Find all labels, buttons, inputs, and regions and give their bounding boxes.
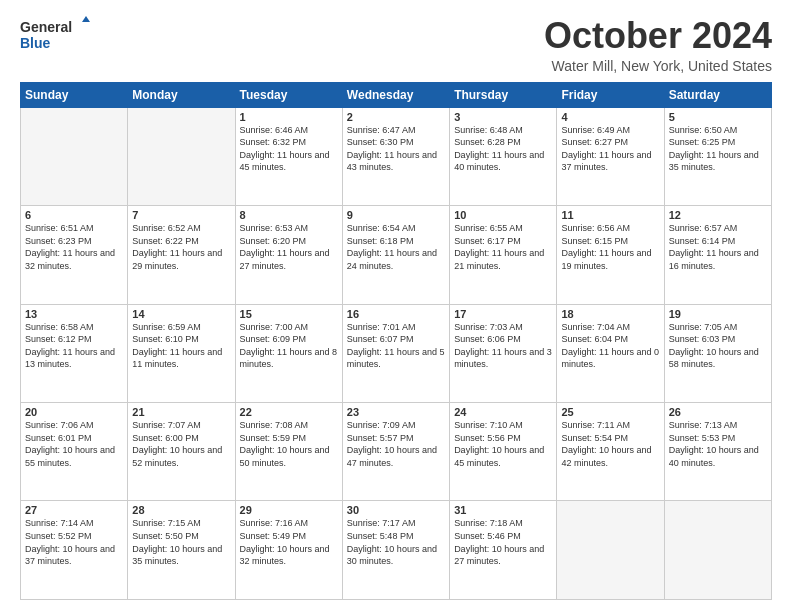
table-row: 23 Sunrise: 7:09 AM Sunset: 5:57 PM Dayl… xyxy=(342,403,449,501)
table-row: 22 Sunrise: 7:08 AM Sunset: 5:59 PM Dayl… xyxy=(235,403,342,501)
daylight: Daylight: 10 hours and 35 minutes. xyxy=(132,543,230,568)
sunrise: Sunrise: 7:00 AM xyxy=(240,321,338,334)
sunset: Sunset: 5:53 PM xyxy=(669,432,767,445)
table-row: 2 Sunrise: 6:47 AM Sunset: 6:30 PM Dayli… xyxy=(342,107,449,205)
sunrise: Sunrise: 6:54 AM xyxy=(347,222,445,235)
sunset: Sunset: 5:46 PM xyxy=(454,530,552,543)
table-row: 5 Sunrise: 6:50 AM Sunset: 6:25 PM Dayli… xyxy=(664,107,771,205)
sunrise: Sunrise: 7:17 AM xyxy=(347,517,445,530)
sunrise: Sunrise: 6:50 AM xyxy=(669,124,767,137)
day-number: 30 xyxy=(347,504,445,516)
day-number: 28 xyxy=(132,504,230,516)
sunset: Sunset: 6:22 PM xyxy=(132,235,230,248)
day-number: 12 xyxy=(669,209,767,221)
sunrise: Sunrise: 7:11 AM xyxy=(561,419,659,432)
daylight: Daylight: 11 hours and 11 minutes. xyxy=(132,346,230,371)
sunrise: Sunrise: 7:15 AM xyxy=(132,517,230,530)
sunrise: Sunrise: 7:01 AM xyxy=(347,321,445,334)
sunrise: Sunrise: 6:59 AM xyxy=(132,321,230,334)
day-number: 9 xyxy=(347,209,445,221)
col-sunday: Sunday xyxy=(21,82,128,107)
daylight: Daylight: 10 hours and 32 minutes. xyxy=(240,543,338,568)
sunrise: Sunrise: 7:05 AM xyxy=(669,321,767,334)
svg-text:General: General xyxy=(20,19,72,35)
day-number: 5 xyxy=(669,111,767,123)
day-number: 3 xyxy=(454,111,552,123)
day-number: 29 xyxy=(240,504,338,516)
sunset: Sunset: 6:04 PM xyxy=(561,333,659,346)
day-info: Sunrise: 7:05 AM Sunset: 6:03 PM Dayligh… xyxy=(669,321,767,371)
day-info: Sunrise: 6:58 AM Sunset: 6:12 PM Dayligh… xyxy=(25,321,123,371)
sunset: Sunset: 6:06 PM xyxy=(454,333,552,346)
daylight: Daylight: 11 hours and 40 minutes. xyxy=(454,149,552,174)
day-info: Sunrise: 6:47 AM Sunset: 6:30 PM Dayligh… xyxy=(347,124,445,174)
sunrise: Sunrise: 6:53 AM xyxy=(240,222,338,235)
table-row xyxy=(557,501,664,600)
sunset: Sunset: 5:56 PM xyxy=(454,432,552,445)
day-number: 14 xyxy=(132,308,230,320)
sunrise: Sunrise: 6:48 AM xyxy=(454,124,552,137)
day-info: Sunrise: 6:59 AM Sunset: 6:10 PM Dayligh… xyxy=(132,321,230,371)
day-info: Sunrise: 7:18 AM Sunset: 5:46 PM Dayligh… xyxy=(454,517,552,567)
sunrise: Sunrise: 7:13 AM xyxy=(669,419,767,432)
day-number: 22 xyxy=(240,406,338,418)
day-number: 26 xyxy=(669,406,767,418)
day-info: Sunrise: 6:55 AM Sunset: 6:17 PM Dayligh… xyxy=(454,222,552,272)
day-info: Sunrise: 7:01 AM Sunset: 6:07 PM Dayligh… xyxy=(347,321,445,371)
day-number: 7 xyxy=(132,209,230,221)
day-number: 31 xyxy=(454,504,552,516)
day-info: Sunrise: 7:00 AM Sunset: 6:09 PM Dayligh… xyxy=(240,321,338,371)
col-friday: Friday xyxy=(557,82,664,107)
sunrise: Sunrise: 7:10 AM xyxy=(454,419,552,432)
table-row: 21 Sunrise: 7:07 AM Sunset: 6:00 PM Dayl… xyxy=(128,403,235,501)
calendar-week-row: 1 Sunrise: 6:46 AM Sunset: 6:32 PM Dayli… xyxy=(21,107,772,205)
day-number: 18 xyxy=(561,308,659,320)
day-number: 25 xyxy=(561,406,659,418)
daylight: Daylight: 11 hours and 29 minutes. xyxy=(132,247,230,272)
day-info: Sunrise: 7:07 AM Sunset: 6:00 PM Dayligh… xyxy=(132,419,230,469)
day-number: 11 xyxy=(561,209,659,221)
col-tuesday: Tuesday xyxy=(235,82,342,107)
day-number: 8 xyxy=(240,209,338,221)
day-number: 4 xyxy=(561,111,659,123)
daylight: Daylight: 11 hours and 5 minutes. xyxy=(347,346,445,371)
table-row: 15 Sunrise: 7:00 AM Sunset: 6:09 PM Dayl… xyxy=(235,304,342,402)
location: Water Mill, New York, United States xyxy=(544,58,772,74)
daylight: Daylight: 10 hours and 45 minutes. xyxy=(454,444,552,469)
svg-text:Blue: Blue xyxy=(20,35,51,51)
table-row: 30 Sunrise: 7:17 AM Sunset: 5:48 PM Dayl… xyxy=(342,501,449,600)
day-info: Sunrise: 7:03 AM Sunset: 6:06 PM Dayligh… xyxy=(454,321,552,371)
table-row: 27 Sunrise: 7:14 AM Sunset: 5:52 PM Dayl… xyxy=(21,501,128,600)
table-row: 16 Sunrise: 7:01 AM Sunset: 6:07 PM Dayl… xyxy=(342,304,449,402)
daylight: Daylight: 10 hours and 27 minutes. xyxy=(454,543,552,568)
day-number: 23 xyxy=(347,406,445,418)
sunset: Sunset: 6:01 PM xyxy=(25,432,123,445)
daylight: Daylight: 10 hours and 50 minutes. xyxy=(240,444,338,469)
table-row: 19 Sunrise: 7:05 AM Sunset: 6:03 PM Dayl… xyxy=(664,304,771,402)
logo: General Blue xyxy=(20,16,90,56)
sunrise: Sunrise: 6:47 AM xyxy=(347,124,445,137)
col-thursday: Thursday xyxy=(450,82,557,107)
day-info: Sunrise: 6:53 AM Sunset: 6:20 PM Dayligh… xyxy=(240,222,338,272)
page: General Blue October 2024 Water Mill, Ne… xyxy=(0,0,792,612)
table-row: 17 Sunrise: 7:03 AM Sunset: 6:06 PM Dayl… xyxy=(450,304,557,402)
day-info: Sunrise: 6:54 AM Sunset: 6:18 PM Dayligh… xyxy=(347,222,445,272)
sunset: Sunset: 6:09 PM xyxy=(240,333,338,346)
table-row: 13 Sunrise: 6:58 AM Sunset: 6:12 PM Dayl… xyxy=(21,304,128,402)
table-row: 7 Sunrise: 6:52 AM Sunset: 6:22 PM Dayli… xyxy=(128,206,235,304)
table-row: 18 Sunrise: 7:04 AM Sunset: 6:04 PM Dayl… xyxy=(557,304,664,402)
daylight: Daylight: 10 hours and 40 minutes. xyxy=(669,444,767,469)
daylight: Daylight: 11 hours and 32 minutes. xyxy=(25,247,123,272)
day-info: Sunrise: 6:46 AM Sunset: 6:32 PM Dayligh… xyxy=(240,124,338,174)
daylight: Daylight: 11 hours and 3 minutes. xyxy=(454,346,552,371)
daylight: Daylight: 11 hours and 37 minutes. xyxy=(561,149,659,174)
daylight: Daylight: 10 hours and 55 minutes. xyxy=(25,444,123,469)
sunset: Sunset: 6:32 PM xyxy=(240,136,338,149)
daylight: Daylight: 10 hours and 37 minutes. xyxy=(25,543,123,568)
calendar-header-row: Sunday Monday Tuesday Wednesday Thursday… xyxy=(21,82,772,107)
sunset: Sunset: 6:25 PM xyxy=(669,136,767,149)
sunrise: Sunrise: 7:09 AM xyxy=(347,419,445,432)
daylight: Daylight: 10 hours and 58 minutes. xyxy=(669,346,767,371)
table-row: 6 Sunrise: 6:51 AM Sunset: 6:23 PM Dayli… xyxy=(21,206,128,304)
day-info: Sunrise: 7:08 AM Sunset: 5:59 PM Dayligh… xyxy=(240,419,338,469)
